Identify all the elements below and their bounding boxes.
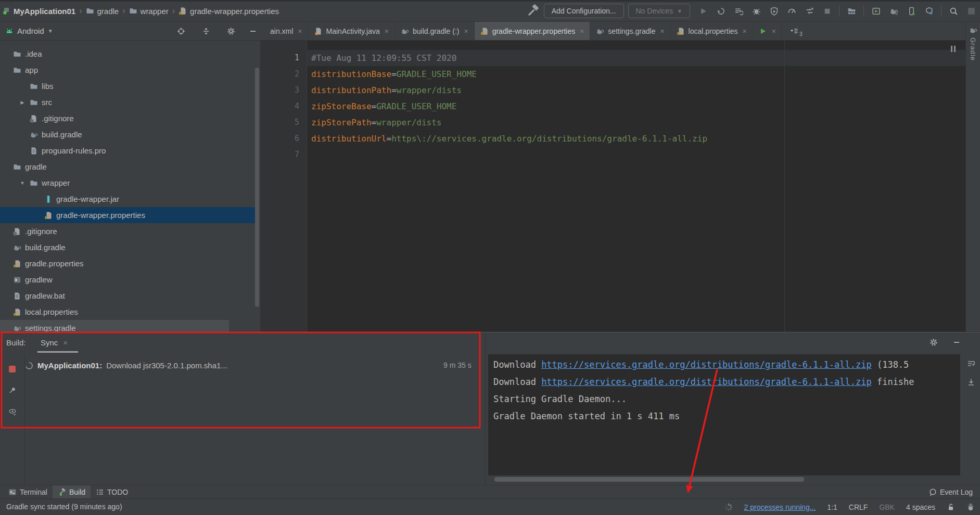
project-structure-button[interactable] [845, 4, 858, 18]
editor-tab-settings.gradle[interactable]: settings.gradle× [590, 22, 670, 40]
search-button[interactable] [947, 4, 960, 18]
collapse-all-button[interactable] [202, 27, 210, 35]
logcat-button[interactable] [869, 4, 883, 18]
breadcrumb-item[interactable]: gradle [86, 7, 119, 16]
close-icon[interactable]: × [298, 27, 302, 35]
console-link[interactable]: https://services.gradle.org/distribution… [541, 359, 872, 370]
tree-item-build.gradle[interactable]: build.gradle [0, 126, 259, 143]
event-log-button[interactable]: Event Log [928, 485, 973, 498]
status-message: Gradle sync started (9 minutes ago) [6, 503, 122, 511]
hammer-icon[interactable] [526, 4, 540, 18]
hide-panel-button[interactable] [249, 27, 257, 35]
user-hat-icon[interactable] [966, 503, 975, 511]
sdk-manager-button[interactable] [922, 4, 936, 18]
gear-icon[interactable] [930, 338, 938, 346]
sync-restart-button[interactable] [714, 4, 728, 18]
editor-tab-run[interactable]: × [753, 22, 782, 40]
project-view-selector[interactable]: Android ▼ [5, 27, 53, 35]
tree-item-app[interactable]: app [0, 62, 259, 78]
console-horizontal-scrollbar[interactable] [494, 477, 804, 482]
right-margin-guide [784, 41, 785, 332]
locate-file-button[interactable] [177, 27, 185, 35]
soft-wrap-icon[interactable] [966, 359, 976, 368]
indent-widget[interactable]: 4 spaces [906, 503, 935, 511]
tree-item-gradlew[interactable]: gradlew [0, 272, 259, 288]
bug-button[interactable] [749, 4, 763, 18]
view-options-icon[interactable] [8, 408, 17, 416]
tree-item-local.properties[interactable]: local.properties [0, 304, 259, 320]
device-manager-button[interactable] [905, 4, 918, 18]
inspection-indicator-icon[interactable] [951, 46, 957, 52]
tree-item-.idea[interactable]: .idea [0, 46, 259, 62]
close-icon[interactable]: × [63, 338, 68, 347]
build-console[interactable]: Download https://services.gradle.org/dis… [488, 354, 960, 475]
editor-tab-ain.xml[interactable]: ain.xml× [264, 22, 309, 40]
build-task-row[interactable]: MyApplication01: Download jsr305-2.0.1.p… [25, 357, 485, 374]
tree-item-wrapper[interactable]: ▼wrapper [0, 175, 259, 191]
breadcrumb-item[interactable]: MyApplication01 [2, 7, 75, 16]
close-icon[interactable]: × [464, 27, 468, 35]
stop-button[interactable] [820, 4, 834, 18]
tree-item-.gitignore[interactable]: .gitignore [0, 223, 259, 239]
terminal-tool-button[interactable]: Terminal [3, 485, 53, 498]
close-icon[interactable]: × [660, 27, 664, 35]
breadcrumb-item[interactable]: gradle-wrapper.properties [179, 7, 279, 16]
tree-item-build.gradle[interactable]: build.gradle [0, 239, 259, 255]
processes-running-link[interactable]: 2 processes running... [744, 503, 816, 511]
caret-position-widget[interactable]: 1:1 [827, 503, 837, 511]
tree-item-gradle-wrapper.jar[interactable]: gradle-wrapper.jar [0, 191, 259, 207]
build-tool-window: Build: Sync × MyApplication01: Download … [0, 332, 980, 485]
editor-tab-build.gradle-[interactable]: build.gradle (:)× [395, 22, 475, 40]
shield-play-button[interactable] [767, 4, 781, 18]
todo-tool-button[interactable]: TODO [91, 485, 133, 498]
gauge-button[interactable] [785, 4, 798, 18]
pin-icon[interactable] [8, 386, 17, 394]
hidden-tabs-selector[interactable]: 3 [790, 22, 803, 40]
tree-item-src[interactable]: ▶src [0, 94, 259, 110]
close-icon[interactable]: × [580, 27, 584, 35]
toolbar-divider [941, 5, 941, 17]
tab-label: local.properties [689, 27, 738, 35]
editor-tab-MainActivity.java[interactable]: MainActivity.java× [309, 22, 395, 40]
unlock-icon[interactable] [947, 503, 955, 511]
tree-item-libs[interactable]: libs [0, 78, 259, 94]
device-selector[interactable]: No Devices ▼ [628, 4, 691, 18]
editor-tab-local.properties[interactable]: local.properties× [671, 22, 753, 40]
editor-tab-gradle-wrapper.properties[interactable]: gradle-wrapper.properties× [475, 22, 591, 40]
chevron-right-icon[interactable]: ▶ [19, 100, 26, 105]
scroll-to-end-icon[interactable] [966, 378, 976, 387]
stop-build-button[interactable] [9, 366, 16, 372]
tree-item-gradle-wrapper.properties[interactable]: gradle-wrapper.properties [0, 207, 259, 223]
close-icon[interactable]: × [772, 27, 776, 35]
tree-item-label: gradlew.bat [25, 291, 65, 300]
console-link[interactable]: https://services.gradle.org/distribution… [541, 377, 872, 387]
console-line: Download https://services.gradle.org/dis… [493, 356, 955, 374]
play-button[interactable] [696, 4, 710, 18]
account-square-button[interactable] [964, 4, 978, 18]
tree-item-gradle[interactable]: gradle [0, 159, 259, 175]
tree-item-gradle.properties[interactable]: gradle.properties [0, 255, 259, 272]
project-structure-icon [847, 7, 856, 16]
build-tool-button[interactable]: Build [53, 485, 91, 498]
tree-item-gradlew.bat[interactable]: gradlew.bat [0, 288, 259, 304]
gear-icon[interactable] [227, 27, 235, 35]
breadcrumb-item[interactable]: wrapper [129, 7, 169, 16]
forced-sync-button[interactable] [803, 4, 816, 18]
chevron-down-icon[interactable]: ▼ [19, 181, 26, 186]
encoding-widget[interactable]: GBK [879, 503, 895, 511]
hide-panel-button[interactable] [952, 338, 961, 346]
add-configuration-button[interactable]: Add Configuration... [544, 4, 624, 18]
close-icon[interactable]: × [743, 27, 747, 35]
project-tree-scrollbar[interactable] [255, 68, 259, 307]
tree-item-settings.gradle[interactable]: settings.gradle [0, 320, 229, 332]
editor-code-area[interactable]: #Tue Aug 11 12:09:55 CST 2020distributio… [307, 41, 965, 332]
breadcrumb-label: wrapper [141, 7, 169, 16]
elephant-sync-button[interactable] [887, 4, 900, 18]
sync-tab[interactable]: Sync × [41, 338, 68, 347]
tree-item-.gitignore[interactable]: .gitignore [0, 110, 259, 126]
gradle-tool-button[interactable]: Gradle [966, 26, 980, 61]
close-icon[interactable]: × [385, 27, 389, 35]
profile-list-button[interactable] [732, 4, 745, 18]
tree-item-proguard-rules.pro[interactable]: proguard-rules.pro [0, 143, 259, 159]
line-separator-widget[interactable]: CRLF [849, 503, 868, 511]
